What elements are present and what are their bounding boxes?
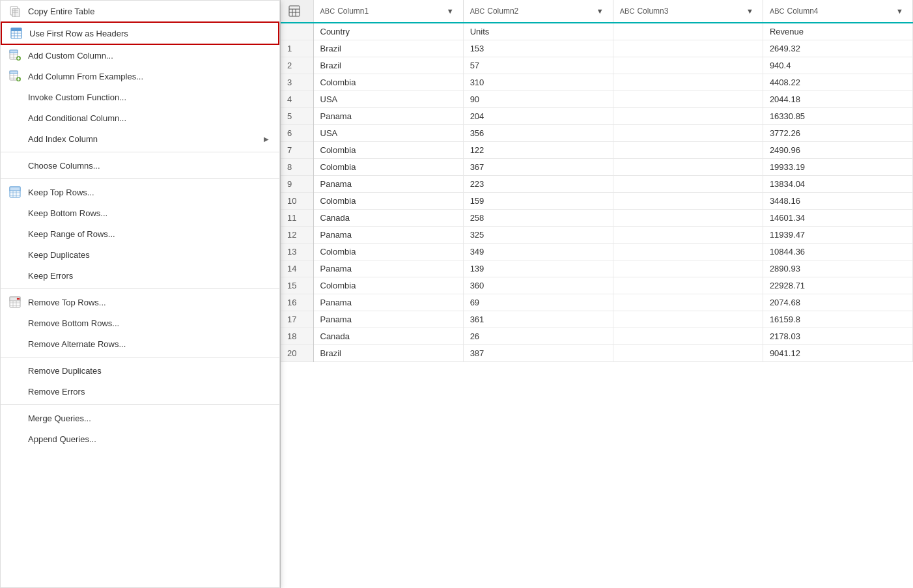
col-type-col2: ABC Column2 <box>470 7 519 16</box>
col-header-col3: ABC Column3 ▼ <box>613 0 763 23</box>
menu-item-keep-range-rows[interactable]: Keep Range of Rows... <box>1 223 279 244</box>
menu-label-add-custom-col: Add Custom Column... <box>28 51 269 61</box>
row-num-1: 1 <box>281 40 313 57</box>
menu-icon-keep-errors <box>8 269 21 282</box>
menu-item-remove-duplicates[interactable]: Remove Duplicates <box>1 360 279 381</box>
cell-14-col2: 139 <box>463 260 613 277</box>
cell-0-col1: Country <box>313 23 463 40</box>
col-dropdown-col1[interactable]: ▼ <box>444 6 457 16</box>
menu-icon-invoke-custom-fn <box>8 91 21 104</box>
menu-label-add-conditional-col: Add Conditional Column... <box>28 113 269 123</box>
menu-icon-remove-errors <box>8 385 21 398</box>
menu-label-keep-range-rows: Keep Range of Rows... <box>28 229 269 239</box>
menu-item-merge-queries[interactable]: Merge Queries... <box>1 408 279 428</box>
svg-rect-28 <box>10 187 20 191</box>
menu-icon-add-custom-col <box>8 49 21 62</box>
col-type-icon-col2: ABC <box>470 7 485 15</box>
cell-13-col4: 10844.36 <box>763 244 912 260</box>
col-type-icon-col4: ABC <box>770 7 785 15</box>
cell-16-col4: 2074.68 <box>763 294 912 311</box>
table-row: 5Panama20416330.85 <box>281 108 913 125</box>
menu-icon-keep-range-rows <box>8 227 21 240</box>
menu-label-keep-duplicates: Keep Duplicates <box>28 250 269 260</box>
menu-item-keep-errors[interactable]: Keep Errors <box>1 265 279 286</box>
row-num-7: 7 <box>281 142 313 159</box>
menu-separator-separator3 <box>1 288 279 289</box>
svg-rect-41 <box>289 6 300 16</box>
cell-19-col2: 387 <box>463 345 613 362</box>
menu-icon-keep-duplicates <box>8 248 21 261</box>
svg-rect-12 <box>10 50 18 53</box>
menu-item-copy-table[interactable]: Copy Entire Table <box>1 1 279 21</box>
table-row: 15Colombia36022928.71 <box>281 277 913 294</box>
menu-item-add-conditional-col[interactable]: Add Conditional Column... <box>1 107 279 128</box>
cell-12-col3 <box>613 227 763 244</box>
cell-15-col4: 22928.71 <box>763 277 912 294</box>
table-row: 7Colombia1222490.96 <box>281 142 913 159</box>
menu-item-keep-bottom-rows[interactable]: Keep Bottom Rows... <box>1 203 279 223</box>
cell-4-col2: 90 <box>463 91 613 108</box>
cell-11-col4: 14601.34 <box>763 210 912 227</box>
table-menu-icon[interactable] <box>287 4 302 18</box>
cell-0-col3 <box>613 23 763 40</box>
cell-3-col3 <box>613 74 763 91</box>
menu-arrow-add-index-col: ▶ <box>264 135 269 143</box>
cell-1-col2: 153 <box>463 40 613 57</box>
cell-7-col2: 122 <box>463 142 613 159</box>
row-num-2: 2 <box>281 57 313 74</box>
cell-18-col3 <box>613 328 763 345</box>
table-row: 1Brazil1532649.32 <box>281 40 913 57</box>
row-num-6: 6 <box>281 125 313 142</box>
menu-item-choose-cols[interactable]: Choose Columns... <box>1 155 279 176</box>
cell-9-col4: 13834.04 <box>763 176 912 193</box>
col-type-col3: ABC Column3 <box>620 7 669 16</box>
col-name-col4: Column4 <box>787 7 819 16</box>
cell-6-col2: 356 <box>463 125 613 142</box>
context-menu: Copy Entire Table Use First Row as Heade… <box>0 0 280 588</box>
row-num-19: 20 <box>281 345 313 362</box>
cell-3-col2: 310 <box>463 74 613 91</box>
cell-7-col3 <box>613 142 763 159</box>
cell-17-col3 <box>613 311 763 328</box>
cell-4-col3 <box>613 91 763 108</box>
table-row: 20Brazil3879041.12 <box>281 345 913 362</box>
cell-12-col2: 325 <box>463 227 613 244</box>
cell-0-col4: Revenue <box>763 23 912 40</box>
col-type-icon-col3: ABC <box>620 7 635 15</box>
cell-18-col2: 26 <box>463 328 613 345</box>
menu-icon-add-index-col <box>8 132 21 145</box>
col-dropdown-col3[interactable]: ▼ <box>744 6 756 16</box>
row-num-17: 17 <box>281 311 313 328</box>
cell-1-col4: 2649.32 <box>763 40 912 57</box>
col-type-col4: ABC Column4 <box>770 7 819 16</box>
menu-item-remove-top-rows[interactable]: Remove Top Rows... <box>1 292 279 313</box>
cell-8-col1: Colombia <box>313 159 463 176</box>
menu-icon-choose-cols <box>8 159 21 172</box>
col-dropdown-col4[interactable]: ▼ <box>893 6 906 16</box>
menu-item-invoke-custom-fn[interactable]: Invoke Custom Function... <box>1 87 279 107</box>
table-row: 14Panama1392890.93 <box>281 260 913 277</box>
menu-item-keep-duplicates[interactable]: Keep Duplicates <box>1 244 279 265</box>
col-header-col2: ABC Column2 ▼ <box>463 0 613 23</box>
menu-item-remove-alternate-rows[interactable]: Remove Alternate Rows... <box>1 333 279 354</box>
table-row: 12Panama32511939.47 <box>281 227 913 244</box>
menu-item-add-index-col[interactable]: Add Index Column ▶ <box>1 128 279 149</box>
menu-item-append-queries[interactable]: Append Queries... <box>1 428 279 449</box>
menu-item-add-col-examples[interactable]: Add Column From Examples... <box>1 66 279 87</box>
menu-label-append-queries: Append Queries... <box>28 434 269 444</box>
cell-2-col3 <box>613 57 763 74</box>
cell-3-col1: Colombia <box>313 74 463 91</box>
menu-icon-add-conditional-col <box>8 111 21 124</box>
menu-label-remove-top-rows: Remove Top Rows... <box>28 298 269 307</box>
menu-item-remove-errors[interactable]: Remove Errors <box>1 381 279 402</box>
menu-item-use-first-row[interactable]: Use First Row as Headers <box>1 21 279 45</box>
row-num-16: 16 <box>281 294 313 311</box>
col-dropdown-col2[interactable]: ▼ <box>594 6 606 16</box>
col-header-col4: ABC Column4 ▼ <box>763 0 912 23</box>
cell-17-col4: 16159.8 <box>763 311 912 328</box>
menu-item-add-custom-col[interactable]: Add Custom Column... <box>1 45 279 66</box>
menu-item-remove-bottom-rows[interactable]: Remove Bottom Rows... <box>1 313 279 333</box>
cell-9-col1: Panama <box>313 176 463 193</box>
cell-11-col2: 258 <box>463 210 613 227</box>
menu-item-keep-top-rows[interactable]: Keep Top Rows... <box>1 182 279 203</box>
